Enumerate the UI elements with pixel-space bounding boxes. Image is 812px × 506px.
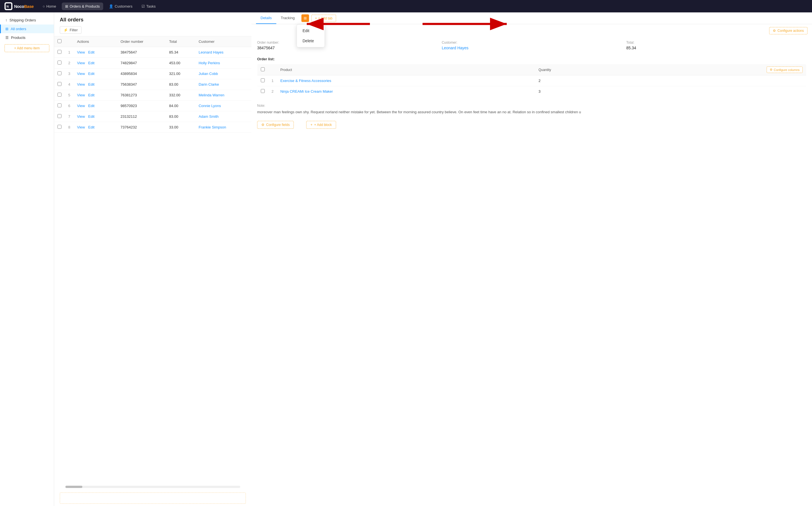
order-list-row: 2 Ninja CREAMi Ice Cream Maker 3 <box>257 86 806 97</box>
row-checkbox[interactable] <box>58 125 62 129</box>
view-link[interactable]: View <box>77 50 85 54</box>
ol-header-quantity: Quantity <box>535 64 619 76</box>
row-checkbox[interactable] <box>58 93 62 97</box>
row-order-number: 76381273 <box>117 90 166 101</box>
view-link[interactable]: View <box>77 114 85 118</box>
select-all-checkbox[interactable] <box>58 39 62 43</box>
header-order-number: Order number <box>117 36 166 47</box>
header-num <box>65 36 74 47</box>
gear-icon-fields: ⚙ <box>262 123 265 127</box>
row-checkbox[interactable] <box>58 103 62 107</box>
row-checkbox[interactable] <box>58 50 62 54</box>
order-number-value: 38475647 <box>257 46 437 50</box>
orders-title: All orders <box>60 17 246 23</box>
ol-row-checkbox-cell <box>257 76 269 86</box>
view-link[interactable]: View <box>77 82 85 86</box>
edit-link[interactable]: Edit <box>88 72 94 76</box>
add-tab-button[interactable]: + + Add tab <box>311 15 336 22</box>
customer-link[interactable]: Frankie Simpson <box>199 125 226 129</box>
row-num: 3 <box>65 69 74 79</box>
detail-actions-bar: ⚙ Configure actions <box>251 24 812 37</box>
nav-orders-products[interactable]: ⊞ Orders & Products <box>62 3 103 10</box>
view-link[interactable]: View <box>77 125 85 129</box>
edit-link[interactable]: Edit <box>88 61 94 65</box>
row-checkbox-cell <box>54 69 65 79</box>
nav-tasks-label: Tasks <box>146 4 156 8</box>
ol-row-num: 2 <box>268 86 277 97</box>
customer-link[interactable]: Leonard Hayes <box>199 50 223 54</box>
row-actions: View Edit <box>74 111 117 122</box>
row-customer: Darin Clarke <box>195 79 251 90</box>
edit-link[interactable]: Edit <box>88 82 94 86</box>
row-checkbox-cell <box>54 101 65 111</box>
row-total: 83.00 <box>166 79 196 90</box>
nav-customers[interactable]: 👤 Customers <box>105 3 136 10</box>
order-list-table: Product Quantity ⚙ Configure c <box>257 64 806 97</box>
row-checkbox-cell <box>54 79 65 90</box>
context-menu-edit[interactable]: Edit <box>297 26 324 36</box>
table-row: 4 View Edit 75638347 83.00 Darin Clarke <box>54 79 251 90</box>
gear-icon-sm: ⚙ <box>770 68 772 72</box>
header-customer: Customer <box>195 36 251 47</box>
sidebar-item-products[interactable]: ☰ Products <box>0 33 54 42</box>
tab-details[interactable]: Details <box>256 12 276 24</box>
edit-link[interactable]: Edit <box>88 114 94 118</box>
edit-link[interactable]: Edit <box>88 125 94 129</box>
ol-row-checkbox[interactable] <box>261 89 265 93</box>
row-customer: Melinda Warren <box>195 90 251 101</box>
nav-tasks[interactable]: ☑ Tasks <box>138 3 159 10</box>
all-orders-icon: ⊞ <box>5 27 8 31</box>
customer-link[interactable]: Connie Lyons <box>199 104 221 108</box>
row-checkbox-cell <box>54 58 65 69</box>
view-link[interactable]: View <box>77 93 85 97</box>
row-order-number: 75638347 <box>117 79 166 90</box>
view-link[interactable]: View <box>77 72 85 76</box>
row-checkbox[interactable] <box>58 71 62 75</box>
configure-columns-button[interactable]: ⚙ Configure columns <box>766 67 803 73</box>
edit-link[interactable]: Edit <box>88 104 94 108</box>
nav-customers-label: Customers <box>115 4 133 8</box>
add-menu-item-button[interactable]: + Add menu item <box>4 44 49 52</box>
app-layout: ↑ Shipping Orders ⊞ All orders ☰ Product… <box>0 12 812 506</box>
app-logo[interactable]: N NocoBase <box>4 2 33 10</box>
customer-link[interactable]: Darin Clarke <box>199 82 219 86</box>
orders-table: Actions Order number Total Customer <box>54 36 251 133</box>
sidebar-item-shipping[interactable]: ↑ Shipping Orders <box>0 16 54 24</box>
nav-home[interactable]: ○ Home <box>39 3 60 10</box>
configure-columns-label: Configure columns <box>773 68 800 72</box>
view-link[interactable]: View <box>77 61 85 65</box>
customer-value[interactable]: Leonard Hayes <box>442 46 622 50</box>
row-checkbox[interactable] <box>58 82 62 86</box>
customer-link[interactable]: Adam Smith <box>199 114 219 118</box>
ol-row-checkbox[interactable] <box>261 78 265 82</box>
product-link[interactable]: Ninja CREAMi Ice Cream Maker <box>280 89 333 94</box>
orders-table-container: Actions Order number Total Customer <box>54 36 251 484</box>
add-block-button[interactable]: + + Add block <box>306 121 336 129</box>
row-checkbox[interactable] <box>58 61 62 65</box>
filter-button[interactable]: ⚡ Filter <box>60 26 81 34</box>
sidebar-item-all-orders[interactable]: ⊞ All orders <box>0 24 54 33</box>
ol-select-all-checkbox[interactable] <box>261 67 265 71</box>
edit-link[interactable]: Edit <box>88 93 94 97</box>
configure-fields-button[interactable]: ⚙ Configure fields <box>257 121 294 129</box>
customer-link[interactable]: Melinda Warren <box>199 93 224 97</box>
customer-link[interactable]: Holly Perkins <box>199 61 220 65</box>
horizontal-scrollbar[interactable] <box>65 486 240 488</box>
view-link[interactable]: View <box>77 104 85 108</box>
context-menu-delete[interactable]: Delete <box>297 36 324 46</box>
row-customer: Julian Cobb <box>195 69 251 79</box>
svg-text:N: N <box>6 5 9 8</box>
configure-actions-button[interactable]: ⚙ Configure actions <box>769 27 808 34</box>
edit-link[interactable]: Edit <box>88 50 94 54</box>
row-actions: View Edit <box>74 122 117 133</box>
row-checkbox[interactable] <box>58 114 62 118</box>
note-label: Note: <box>257 104 806 108</box>
tab-edit-icon-button[interactable]: ⊞ <box>301 14 309 22</box>
row-actions: View Edit <box>74 58 117 69</box>
customer-link[interactable]: Julian Cobb <box>199 72 218 76</box>
product-link[interactable]: Exercise & Fitness Accessories <box>280 79 331 83</box>
delete-label: Delete <box>302 38 314 43</box>
ol-row-quantity: 3 <box>535 86 619 97</box>
tab-tracking[interactable]: Tracking <box>276 12 299 24</box>
orders-panel: All orders ⚡ Filter A <box>54 12 251 506</box>
